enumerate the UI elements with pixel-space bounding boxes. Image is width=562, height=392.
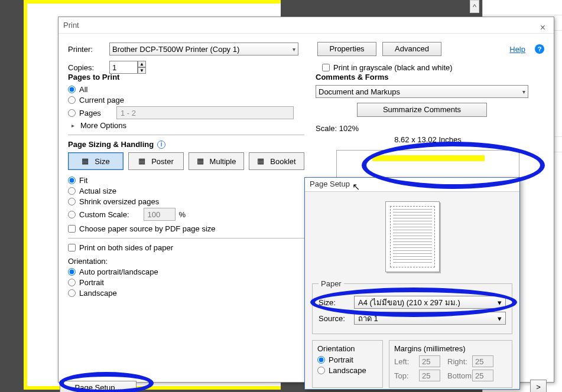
page-setup-title: Page Setup <box>310 179 350 188</box>
next-page-button[interactable]: > <box>530 380 547 392</box>
summarize-comments-button[interactable]: Summarize Comments <box>357 103 487 117</box>
properties-button[interactable]: Properties <box>317 42 376 56</box>
printer-combo[interactable]: Brother DCP-T500W Printer (Copy 1) ▾ <box>109 43 298 55</box>
page-setup-button[interactable]: Page Setup... <box>60 381 137 392</box>
scroll-up-button[interactable]: ^ <box>470 0 479 13</box>
ps-portrait-radio[interactable]: Portrait <box>317 355 378 364</box>
page-setup-preview <box>385 201 440 272</box>
help-icon[interactable]: ? <box>535 44 544 54</box>
margin-top-label: Top: <box>394 371 417 380</box>
more-options-toggle[interactable]: ▸More Options <box>72 121 304 130</box>
side-panel-row[interactable] <box>483 0 562 15</box>
pages-current-radio[interactable]: Current page <box>68 96 304 104</box>
scale-readout: Scale: 102% <box>316 124 540 133</box>
margin-left-label: Left: <box>394 357 417 366</box>
paper-fieldset: Paper Size: A4 (ไม่มีขอบ) (210 x 297 มม.… <box>312 279 512 334</box>
multiple-mode-button[interactable]: ▦Multiple <box>189 152 244 170</box>
custom-scale-input <box>144 208 176 221</box>
pages-all-radio[interactable]: All <box>68 85 304 94</box>
chevron-down-icon: ▾ <box>522 89 525 95</box>
margins-group: Margins (millimetres) Left: Right: Top: … <box>389 340 512 388</box>
paper-size-combo[interactable]: A4 (ไม่มีขอบ) (210 x 297 มม.)▾ <box>354 296 506 309</box>
actual-size-radio[interactable]: Actual size <box>68 187 304 195</box>
print-dialog-title: Print <box>63 21 79 30</box>
paper-dimensions: 8.62 x 13.02 Inches <box>316 135 540 144</box>
size-icon: ▦ <box>82 156 91 166</box>
comments-forms-combo[interactable]: Document and Markups▾ <box>316 85 528 98</box>
pages-range-radio[interactable]: Pages <box>68 106 304 119</box>
chevron-down-icon: ▾ <box>498 314 502 323</box>
paper-legend: Paper <box>319 279 344 288</box>
margin-right-label: Right: <box>447 357 470 366</box>
print-dialog-titlebar: Print × <box>59 17 554 34</box>
orientation-group: Orientation Portrait Landscape <box>312 340 383 388</box>
margin-bottom-input <box>472 370 493 381</box>
orient-landscape-radio[interactable]: Landscape <box>68 289 304 298</box>
preview-page-strip <box>372 155 485 161</box>
sizing-header: Page Sizing & Handlingi <box>68 140 304 149</box>
pages-to-print-header: Pages to Print <box>68 73 304 81</box>
orientation-label: Orientation: <box>68 257 304 266</box>
advanced-button[interactable]: Advanced <box>382 42 441 56</box>
poster-mode-button[interactable]: ▦Poster <box>128 152 184 170</box>
page-setup-titlebar: Page Setup <box>305 178 519 192</box>
margin-right-input <box>472 355 493 367</box>
paper-size-label: Size: <box>319 298 349 307</box>
poster-icon: ▦ <box>138 156 148 166</box>
chevron-down-icon: ▾ <box>498 298 502 307</box>
choose-source-checkbox[interactable]: Choose paper source by PDF page size <box>68 224 304 233</box>
margin-top-input <box>419 370 440 381</box>
paper-source-combo[interactable]: ถาด 1▾ <box>354 312 506 325</box>
booklet-mode-button[interactable]: ▦Booklet <box>249 152 304 170</box>
info-icon[interactable]: i <box>157 141 165 149</box>
margins-legend: Margins (millimetres) <box>394 344 507 353</box>
margin-bottom-label: Bottom: <box>447 371 470 380</box>
spin-up-icon[interactable]: ▲ <box>138 61 146 67</box>
paper-source-label: Source: <box>319 314 349 323</box>
margin-left-input <box>419 355 440 367</box>
booklet-icon: ▦ <box>257 156 267 166</box>
size-mode-button[interactable]: ▦Size <box>68 152 124 170</box>
printer-label: Printer: <box>68 45 103 54</box>
ps-landscape-radio[interactable]: Landscape <box>317 366 378 375</box>
comments-forms-header: Comments & Forms <box>316 73 540 81</box>
chevron-down-icon: ▾ <box>293 46 295 53</box>
custom-scale-radio[interactable]: Custom Scale: % <box>68 208 304 221</box>
orient-auto-radio[interactable]: Auto portrait/landscape <box>68 267 304 276</box>
orient-portrait-radio[interactable]: Portrait <box>68 278 304 287</box>
printer-value: Brother DCP-T500W Printer (Copy 1) <box>112 45 239 54</box>
both-sides-checkbox[interactable]: Print on both sides of paper <box>68 243 304 252</box>
multiple-icon: ▦ <box>197 156 206 166</box>
orientation-legend: Orientation <box>317 344 378 353</box>
page-setup-dialog: Page Setup Paper Size: A4 (ไม่มีขอบ) (21… <box>304 177 520 390</box>
help-link[interactable]: Help <box>509 45 525 54</box>
pages-range-input <box>116 106 294 119</box>
fit-radio[interactable]: Fit <box>68 176 304 185</box>
shrink-radio[interactable]: Shrink oversized pages <box>68 197 304 206</box>
